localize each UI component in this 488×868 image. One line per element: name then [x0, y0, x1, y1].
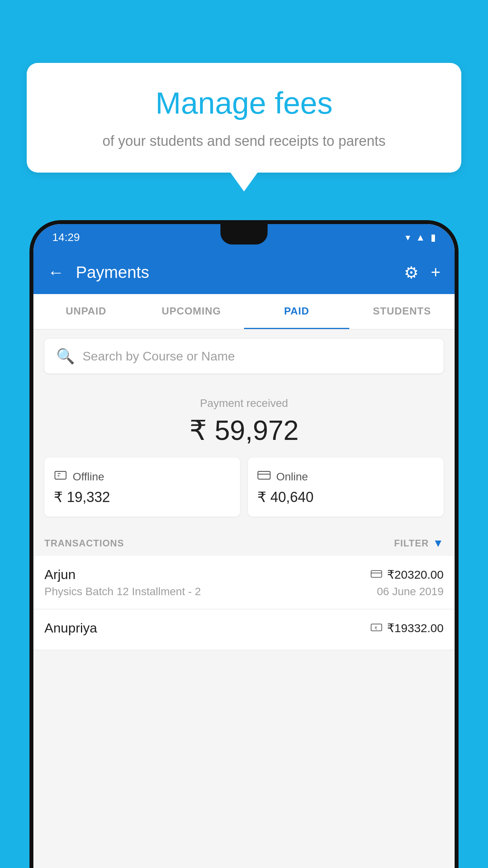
transaction-amount: ₹19332.00 [387, 621, 444, 635]
speech-bubble: Manage fees of your students and send re… [27, 63, 461, 173]
back-button[interactable]: ← [48, 263, 64, 282]
status-time: 14:29 [52, 231, 80, 244]
search-container: 🔍 Search by Course or Name [33, 329, 455, 383]
filter-container[interactable]: FILTER ▼ [394, 537, 444, 550]
add-icon[interactable]: + [431, 263, 440, 282]
offline-payment-icon: ₹ [371, 622, 382, 634]
wifi-icon: ▾ [405, 232, 410, 243]
online-icon [257, 469, 271, 485]
tab-unpaid[interactable]: UNPAID [33, 294, 139, 329]
online-card-header: Online [257, 469, 434, 485]
transaction-amount-container: ₹20320.00 [371, 568, 444, 581]
app-bar-title: Payments [76, 263, 392, 282]
tab-paid[interactable]: PAID [244, 294, 349, 329]
phone-inner: 14:29 ▾ ▲ ▮ ← Payments ⚙ + [33, 224, 455, 868]
svg-rect-0 [55, 471, 66, 479]
card-payment-icon [371, 568, 382, 581]
search-input[interactable]: Search by Course or Name [83, 349, 235, 364]
transaction-amount-container: ₹ ₹19332.00 [371, 621, 444, 635]
transaction-row-top: Anupriya ₹ ₹19332.00 [44, 620, 444, 636]
transaction-list: Arjun ₹20320.00 Physics [33, 556, 455, 650]
tabs-container: UNPAID UPCOMING PAID STUDENTS [33, 294, 455, 329]
transaction-row-bottom: Physics Batch 12 Installment - 2 06 June… [44, 585, 444, 598]
transaction-name: Arjun [44, 567, 75, 582]
payment-received-label: Payment received [44, 397, 444, 410]
search-box[interactable]: 🔍 Search by Course or Name [44, 339, 444, 373]
offline-amount: ₹ 19,332 [54, 489, 231, 506]
payment-cards: Offline ₹ 19,332 [44, 458, 444, 517]
bubble-title: Manage fees [42, 86, 446, 120]
phone-frame: 14:29 ▾ ▲ ▮ ← Payments ⚙ + [29, 220, 459, 868]
filter-icon: ▼ [433, 537, 444, 550]
transactions-header: TRANSACTIONS FILTER ▼ [33, 528, 455, 556]
battery-icon: ▮ [431, 232, 436, 243]
transaction-amount: ₹20320.00 [387, 568, 444, 581]
filter-label: FILTER [394, 538, 429, 549]
online-payment-card: Online ₹ 40,640 [248, 458, 444, 517]
speech-bubble-container: Manage fees of your students and send re… [27, 63, 461, 173]
status-bar: 14:29 ▾ ▲ ▮ [33, 224, 455, 251]
app-bar: ← Payments ⚙ + [33, 251, 455, 294]
transactions-label: TRANSACTIONS [44, 538, 124, 549]
transaction-row-top: Arjun ₹20320.00 [44, 567, 444, 582]
offline-type-label: Offline [73, 471, 104, 483]
status-icons: ▾ ▲ ▮ [405, 232, 436, 243]
transaction-date: 06 June 2019 [377, 585, 444, 598]
online-type-label: Online [276, 471, 308, 483]
svg-text:₹: ₹ [374, 626, 377, 631]
offline-payment-card: Offline ₹ 19,332 [44, 458, 240, 517]
online-amount: ₹ 40,640 [257, 489, 434, 506]
notch [220, 224, 268, 245]
table-row[interactable]: Anupriya ₹ ₹19332.00 [33, 609, 455, 650]
offline-card-header: Offline [54, 469, 231, 485]
transaction-course: Physics Batch 12 Installment - 2 [44, 585, 201, 598]
svg-rect-2 [258, 471, 270, 479]
tab-upcoming[interactable]: UPCOMING [139, 294, 244, 329]
svg-rect-4 [371, 570, 382, 577]
payment-total-amount: ₹ 59,972 [44, 414, 444, 447]
transaction-name: Anupriya [44, 620, 97, 636]
bubble-subtitle: of your students and send receipts to pa… [42, 131, 446, 151]
signal-icon: ▲ [416, 232, 425, 243]
table-row[interactable]: Arjun ₹20320.00 Physics [33, 556, 455, 609]
search-icon: 🔍 [56, 348, 75, 365]
offline-icon [54, 469, 67, 485]
phone-screen: 14:29 ▾ ▲ ▮ ← Payments ⚙ + [33, 224, 455, 868]
settings-icon[interactable]: ⚙ [404, 263, 419, 282]
tab-students[interactable]: STUDENTS [349, 294, 455, 329]
app-bar-actions: ⚙ + [404, 263, 440, 282]
payment-summary: Payment received ₹ 59,972 [33, 383, 455, 528]
